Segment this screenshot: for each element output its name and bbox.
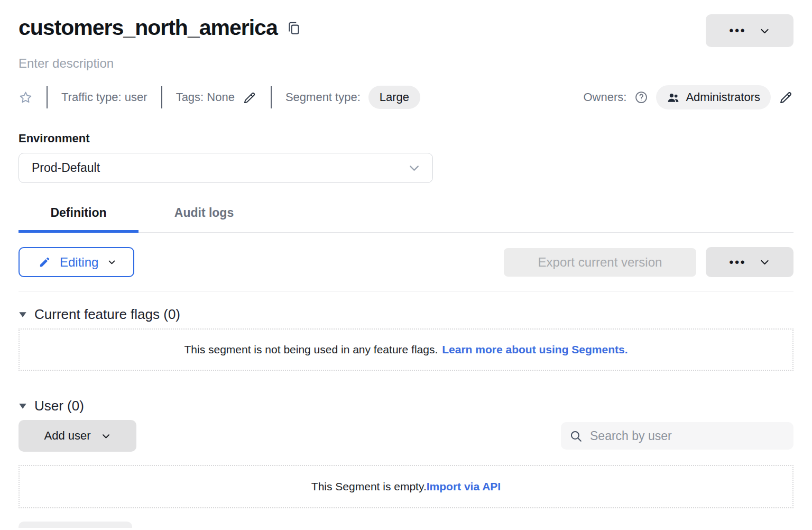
- chevron-down-icon: [101, 431, 111, 441]
- owners-group: Owners: Administrators: [583, 85, 793, 109]
- add-user-label: Add user: [44, 429, 90, 443]
- feature-flags-section-title: Current feature flags (0): [34, 306, 180, 323]
- divider: [19, 291, 793, 291]
- user-search-input[interactable]: [589, 428, 785, 444]
- user-empty-text: This Segment is empty.: [311, 480, 427, 493]
- user-section-header[interactable]: User (0): [19, 398, 84, 414]
- user-section-title: User (0): [34, 398, 84, 414]
- owners-value: Administrators: [686, 90, 760, 104]
- search-icon: [569, 430, 583, 443]
- segment-type-label: Segment type:: [285, 90, 361, 104]
- triangle-down-icon: [19, 402, 27, 410]
- tab-audit-logs[interactable]: Audit logs: [139, 201, 270, 232]
- segment-type-badge: Large: [368, 86, 420, 109]
- title-wrap: customers_north_america: [19, 14, 301, 41]
- favorite-button[interactable]: [19, 90, 33, 105]
- divider: [47, 86, 48, 108]
- people-icon: [667, 91, 680, 104]
- divider: [161, 86, 162, 108]
- definition-toolbar: Editing Export current version •••: [19, 247, 793, 277]
- definition-more-options-button[interactable]: •••: [706, 247, 793, 277]
- learn-more-link[interactable]: Learn more about using Segments.: [442, 343, 628, 356]
- triangle-down-icon: [19, 310, 27, 319]
- pencil-icon: [779, 90, 793, 105]
- edit-owners-button[interactable]: [779, 90, 793, 105]
- page-header: customers_north_america •••: [19, 0, 793, 47]
- environment-selected-value: Prod-Default: [32, 161, 100, 175]
- edit-tags-button[interactable]: [243, 90, 257, 105]
- pencil-filled-icon: [39, 256, 51, 268]
- chevron-down-icon: [759, 257, 770, 268]
- copy-name-button[interactable]: [287, 20, 301, 36]
- user-toolbar: Add user: [19, 420, 793, 452]
- export-current-version-button[interactable]: Export current version: [504, 248, 696, 277]
- divider: [271, 86, 272, 108]
- description-field[interactable]: Enter description: [19, 56, 114, 71]
- ellipsis-icon: •••: [729, 257, 746, 268]
- tab-definition[interactable]: Definition: [19, 201, 139, 232]
- toolbar-right-group: Export current version •••: [504, 247, 793, 277]
- traffic-type-label: Traffic type: user: [61, 90, 147, 104]
- below-fold-element: [19, 522, 132, 528]
- feature-flags-empty-state: This segment is not being used in any fe…: [19, 328, 793, 371]
- chevron-down-icon: [759, 25, 770, 36]
- user-search-box: [561, 422, 793, 450]
- ellipsis-icon: •••: [729, 25, 746, 36]
- tags-item: Tags: None: [176, 90, 257, 105]
- owners-label: Owners:: [583, 90, 626, 104]
- pencil-icon: [243, 90, 257, 105]
- editing-label: Editing: [60, 255, 98, 270]
- chevron-down-icon: [408, 161, 421, 175]
- user-empty-state: This Segment is empty. Import via API: [19, 465, 793, 508]
- copy-icon: [287, 20, 301, 36]
- segment-type-item: Segment type: Large: [285, 86, 420, 109]
- star-icon: [19, 90, 33, 105]
- owners-badge[interactable]: Administrators: [656, 85, 771, 109]
- add-user-button[interactable]: Add user: [19, 420, 136, 452]
- tags-label: Tags: None: [176, 90, 235, 104]
- header-more-options-button[interactable]: •••: [706, 14, 793, 47]
- import-via-api-link[interactable]: Import via API: [427, 480, 501, 493]
- meta-row: Traffic type: user Tags: None Segment ty…: [19, 85, 793, 109]
- editing-mode-button[interactable]: Editing: [19, 247, 134, 277]
- help-circle-icon[interactable]: [634, 90, 648, 104]
- feature-flags-empty-text: This segment is not being used in any fe…: [184, 343, 438, 356]
- environment-select[interactable]: Prod-Default: [19, 153, 433, 183]
- segment-detail-page: customers_north_america ••• Enter descri…: [0, 0, 812, 530]
- chevron-down-icon: [107, 258, 116, 267]
- feature-flags-section-header[interactable]: Current feature flags (0): [19, 306, 180, 323]
- environment-label: Environment: [19, 132, 793, 145]
- page-title: customers_north_america: [19, 14, 278, 41]
- tab-bar: Definition Audit logs: [19, 201, 793, 233]
